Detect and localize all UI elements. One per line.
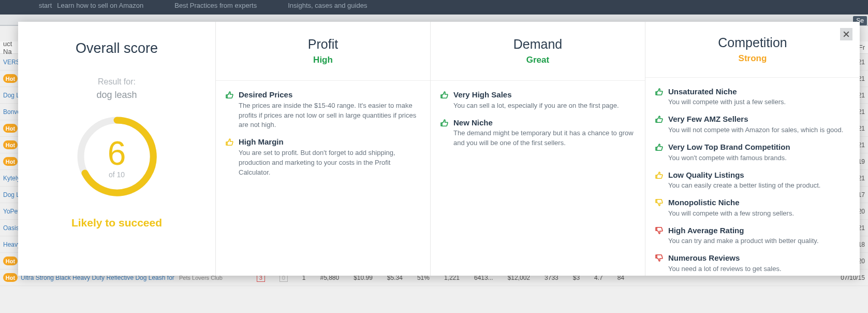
thumb-down-red-icon: [655, 254, 663, 262]
panel-sub: Strong: [739, 53, 767, 64]
close-icon: [843, 31, 849, 37]
verdict-text: Likely to succeed: [71, 217, 162, 229]
thumb-down-yellow-icon: [655, 198, 663, 207]
hot-badge: Hot: [3, 140, 18, 149]
score-item-title: Desired Prices: [239, 90, 420, 100]
panel-competition: Competition Strong Unsaturated Niche You…: [645, 22, 860, 276]
score-item: Numerous Reviews You need a lot of revie…: [655, 253, 849, 274]
hot-badge: Hot: [3, 124, 18, 133]
score-item-desc: You will compete with a few strong selle…: [668, 209, 794, 219]
panel-profit: Profit High Desired Prices The prices ar…: [216, 22, 431, 276]
hot-badge: Hot: [3, 273, 18, 282]
hot-badge: Hot: [3, 157, 18, 166]
close-button[interactable]: [840, 28, 852, 40]
panel-header: Profit High: [216, 22, 430, 81]
score-item: Very Low Top Brand Competition You won't…: [655, 143, 849, 163]
panel-title: Demand: [513, 37, 563, 52]
overall-score-panel: Overall score Result for: dog leash 6 of…: [18, 22, 216, 276]
thumb-up-green-icon: [225, 91, 233, 99]
thumb-up-yellow-icon: [655, 171, 663, 179]
score-item-desc: The prices are inside the $15-40 range. …: [239, 101, 420, 131]
score-item: New Niche The demand might be temporary …: [440, 118, 635, 148]
result-for-value: dog leash: [96, 90, 137, 101]
hot-badge: Hot: [3, 257, 18, 265]
score-item-desc: The demand might be temporary but it has…: [453, 129, 635, 148]
hot-badge: Hot: [3, 74, 18, 83]
thumb-up-green-icon: [655, 88, 663, 96]
panel-body: Unsaturated Niche You will compete with …: [645, 78, 860, 276]
score-item: Unsaturated Niche You will compete with …: [655, 87, 849, 108]
topbar-sub: Insights, cases and guides: [288, 2, 367, 9]
topbar-sub: Best Practices from experts: [174, 2, 257, 9]
result-for-label: Result for:: [98, 77, 136, 87]
score-item-desc: You can sell a lot, especially if you ar…: [453, 101, 619, 111]
score-item: Very High Sales You can sell a lot, espe…: [440, 90, 635, 111]
score-item: Very Few AMZ Sellers You will not compet…: [655, 115, 849, 135]
score-item-title: Monopolistic Niche: [668, 198, 794, 208]
score-item-desc: You can try and make a product with bett…: [668, 236, 819, 246]
score-item-desc: You will compete with just a few sellers…: [668, 97, 786, 107]
thumb-up-green-icon: [655, 115, 663, 123]
score-number: 6: [108, 134, 126, 173]
topbar-label: start: [39, 2, 52, 9]
thumb-up-green-icon: [440, 91, 448, 99]
panel-sub: High: [313, 55, 333, 65]
score-item-title: Very Few AMZ Sellers: [668, 115, 843, 124]
score-item-desc: You are set to profit. But don't forget …: [239, 148, 420, 178]
topbar-item-insights[interactable]: Insights, cases and guides: [288, 0, 367, 9]
score-of-label: of 10: [109, 170, 125, 179]
panel-header: Competition Strong: [645, 22, 860, 78]
score-item-desc: You can easily create a better listing o…: [668, 181, 820, 191]
score-item: Monopolistic Niche You will compete with…: [655, 198, 849, 219]
panel-sub: Great: [526, 55, 549, 65]
panel-body: Very High Sales You can sell a lot, espe…: [431, 81, 645, 161]
thumb-up-green-icon: [655, 143, 663, 151]
panel-header: Demand Great: [431, 22, 645, 81]
score-item-title: High Average Rating: [668, 226, 819, 236]
score-item-desc: You need a lot of reviews to get sales.: [668, 264, 782, 274]
overall-title: Overall score: [76, 40, 158, 56]
thumb-up-green-icon: [440, 119, 448, 127]
panel-demand: Demand Great Very High Sales You can sel…: [431, 22, 645, 276]
panel-body: Desired Prices The prices are inside the…: [216, 81, 430, 190]
score-item: High Average Rating You can try and make…: [655, 226, 849, 247]
topbar-sub: Learn how to sell on Amazon: [57, 2, 143, 9]
panel-title: Profit: [308, 37, 338, 52]
score-item-title: Unsaturated Niche: [668, 87, 786, 97]
score-gauge: 6 of 10: [76, 115, 158, 198]
score-item: High Margin You are set to profit. But d…: [225, 137, 420, 177]
score-item-desc: You will not compete with Amazon for sal…: [668, 125, 843, 135]
top-nav-bar: start Learn how to sell on Amazon Best P…: [0, 0, 868, 15]
topbar-item-best[interactable]: Best Practices from experts: [174, 0, 257, 9]
score-item-title: New Niche: [453, 118, 635, 128]
panel-title: Competition: [718, 35, 787, 50]
thumb-up-yellow-icon: [225, 138, 233, 146]
score-item-desc: You won't compete with famous brands.: [668, 153, 790, 163]
score-item-title: Very High Sales: [453, 90, 619, 100]
thumb-down-red-icon: [655, 226, 663, 235]
score-item-title: High Margin: [239, 137, 420, 147]
score-item-title: Numerous Reviews: [668, 253, 782, 263]
score-item-title: Very Low Top Brand Competition: [668, 143, 790, 152]
score-modal: Overall score Result for: dog leash 6 of…: [18, 22, 860, 276]
topbar-item-start[interactable]: start Learn how to sell on Amazon: [39, 0, 143, 9]
score-item: Desired Prices The prices are inside the…: [225, 90, 420, 130]
score-item-title: Low Quality Listings: [668, 170, 820, 180]
score-item: Low Quality Listings You can easily crea…: [655, 170, 849, 191]
